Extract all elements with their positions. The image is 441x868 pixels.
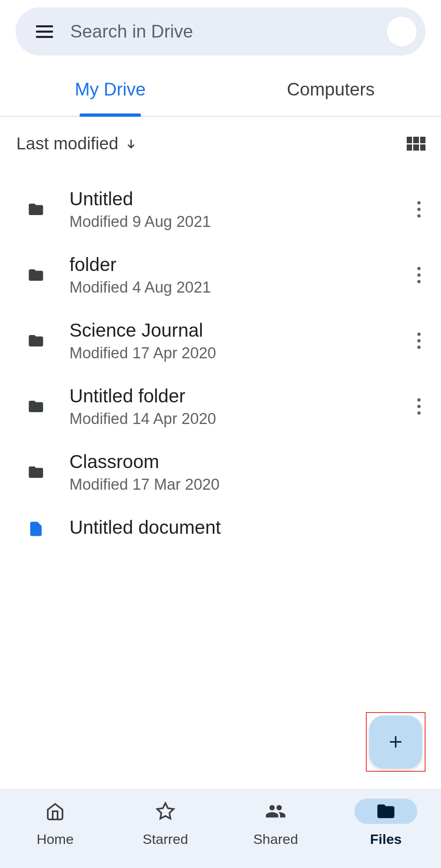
- folder-icon: [25, 464, 47, 481]
- svg-marker-0: [157, 803, 174, 819]
- nav-files[interactable]: Files: [331, 799, 441, 868]
- tab-computers[interactable]: Computers: [220, 63, 441, 116]
- star-icon: [156, 801, 175, 821]
- file-modified: Modified 14 Apr 2020: [69, 410, 390, 428]
- list-item[interactable]: Science Journal Modified 17 Apr 2020: [0, 308, 441, 373]
- folder-icon: [25, 201, 47, 218]
- plus-icon: [387, 733, 404, 750]
- bottom-nav: Home Starred Shared Files: [0, 789, 441, 868]
- people-icon: [265, 801, 286, 822]
- nav-label: Starred: [143, 831, 188, 847]
- list-item[interactable]: Untitled Modified 9 Aug 2021: [0, 176, 441, 242]
- doc-icon: [25, 520, 47, 537]
- file-name: Science Journal: [69, 319, 390, 341]
- folder-icon: [25, 266, 47, 284]
- file-text: Untitled folder Modified 14 Apr 2020: [69, 385, 390, 428]
- nav-label: Files: [370, 831, 401, 847]
- file-name: Untitled folder: [69, 385, 390, 407]
- add-button[interactable]: [369, 715, 422, 768]
- more-icon[interactable]: [412, 196, 425, 222]
- folder-icon: [25, 398, 47, 415]
- home-icon: [45, 801, 65, 821]
- sort-button[interactable]: Last modified: [16, 134, 137, 153]
- file-modified: Modified 17 Mar 2020: [69, 476, 425, 493]
- search-bar[interactable]: Search in Drive: [16, 7, 425, 55]
- file-name: folder: [69, 253, 390, 275]
- folder-icon: [25, 332, 47, 349]
- file-list: Untitled Modified 9 Aug 2021 folder Modi…: [0, 165, 441, 542]
- menu-icon[interactable]: [36, 25, 53, 38]
- folder-icon: [376, 801, 396, 821]
- tab-my-drive[interactable]: My Drive: [0, 63, 220, 116]
- file-name: Classroom: [69, 451, 425, 473]
- grid-view-icon[interactable]: [407, 137, 425, 151]
- file-text: Science Journal Modified 17 Apr 2020: [69, 319, 390, 362]
- nav-starred[interactable]: Starred: [110, 799, 220, 868]
- file-text: Classroom Modified 17 Mar 2020: [69, 451, 425, 493]
- more-icon[interactable]: [412, 262, 425, 288]
- fab-highlight: [366, 712, 425, 772]
- sort-row: Last modified: [0, 117, 441, 165]
- more-icon[interactable]: [412, 328, 425, 354]
- list-item[interactable]: Untitled folder Modified 14 Apr 2020: [0, 373, 441, 439]
- tabs: My Drive Computers: [0, 63, 441, 117]
- file-modified: Modified 4 Aug 2021: [69, 279, 390, 296]
- sort-label-text: Last modified: [16, 134, 118, 153]
- list-item[interactable]: Classroom Modified 17 Mar 2020: [0, 439, 441, 505]
- file-text: Untitled Modified 9 Aug 2021: [69, 188, 390, 231]
- file-name: Untitled document: [69, 516, 425, 538]
- more-icon[interactable]: [412, 393, 425, 420]
- nav-shared[interactable]: Shared: [220, 799, 331, 868]
- list-item[interactable]: folder Modified 4 Aug 2021: [0, 242, 441, 308]
- file-name: Untitled: [69, 188, 390, 210]
- search-input[interactable]: Search in Drive: [70, 21, 386, 42]
- file-text: folder Modified 4 Aug 2021: [69, 253, 390, 296]
- nav-home[interactable]: Home: [0, 799, 110, 868]
- nav-label: Shared: [253, 831, 298, 847]
- avatar[interactable]: [386, 16, 417, 47]
- list-item[interactable]: Untitled document: [0, 505, 441, 542]
- file-text: Untitled document: [69, 516, 425, 542]
- file-modified: Modified 9 Aug 2021: [69, 213, 390, 231]
- nav-label: Home: [37, 831, 74, 847]
- arrow-down-icon: [125, 138, 137, 150]
- file-modified: Modified 17 Apr 2020: [69, 344, 390, 362]
